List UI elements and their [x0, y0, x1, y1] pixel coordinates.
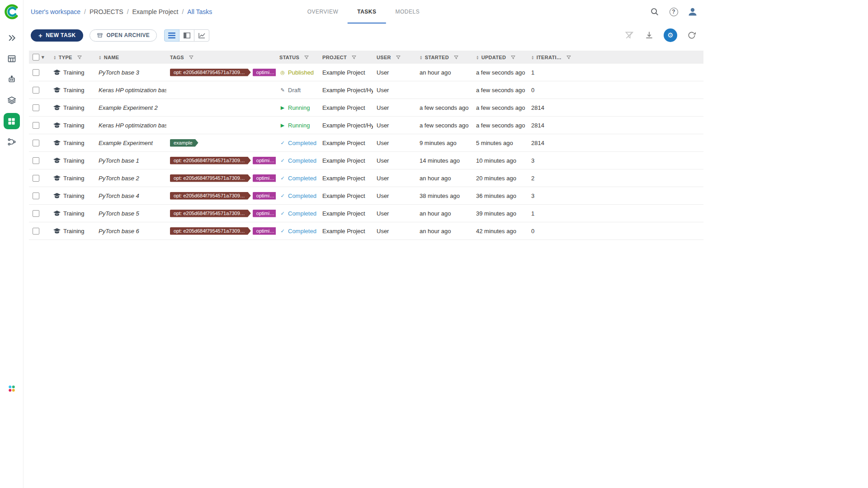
started-cell-value: 38 minutes ago — [420, 192, 460, 199]
filter-icon[interactable] — [352, 55, 356, 60]
breadcrumb-item[interactable]: User's workspace — [31, 8, 80, 15]
tag[interactable]: opt: e205d684f7954571a7309… — [170, 157, 251, 164]
filter-icon[interactable] — [454, 55, 458, 60]
clearml-logo[interactable] — [4, 4, 20, 20]
table-row[interactable]: TrainingExample Experiment 2▶RunningExam… — [29, 99, 703, 117]
new-task-button[interactable]: + NEW TASK — [31, 29, 83, 42]
row-checkbox[interactable] — [33, 69, 39, 76]
tab-overview[interactable]: OVERVIEW — [298, 0, 348, 23]
breadcrumb-item[interactable]: All Tasks — [187, 8, 212, 15]
row-checkbox[interactable] — [33, 104, 39, 111]
sort-icon[interactable]: ▲▼ — [99, 55, 102, 60]
task-name-cell[interactable]: Example Experiment — [95, 140, 166, 146]
task-name[interactable]: PyTorch base 2 — [99, 175, 139, 182]
table-row[interactable]: TrainingPyTorch base 1opt: e205d684f7954… — [29, 152, 703, 169]
tag[interactable]: opt: e205d684f7954571a7309… — [170, 192, 251, 200]
task-name-cell[interactable]: Example Experiment 2 — [95, 104, 166, 111]
table-row[interactable]: TrainingPyTorch base 2opt: e205d684f7954… — [29, 169, 703, 187]
task-name-cell[interactable]: Keras HP optimization base — [95, 122, 166, 129]
download-icon[interactable] — [644, 30, 655, 41]
tag[interactable]: optimi… — [253, 157, 276, 164]
task-name-cell[interactable]: PyTorch base 2 — [95, 175, 166, 182]
filter-icon[interactable] — [566, 55, 571, 60]
sort-icon[interactable]: ▲▼ — [476, 55, 479, 60]
status-cell: ✓Completed — [276, 210, 319, 217]
row-checkbox[interactable] — [33, 192, 39, 199]
task-name[interactable]: PyTorch base 3 — [99, 69, 139, 76]
task-name-cell[interactable]: PyTorch base 4 — [95, 192, 166, 199]
tab-tasks[interactable]: TASKS — [348, 0, 386, 23]
task-name-cell[interactable]: PyTorch base 5 — [95, 210, 166, 217]
row-checkbox[interactable] — [33, 175, 39, 182]
sort-icon[interactable]: ▲▼ — [420, 55, 423, 60]
compare-view-button[interactable] — [194, 29, 209, 42]
row-checkbox[interactable] — [33, 210, 39, 217]
row-checkbox[interactable] — [33, 122, 39, 129]
sidebar-pipelines-icon[interactable] — [4, 134, 20, 150]
tag[interactable]: optimi… — [253, 174, 276, 182]
details-view-button[interactable] — [179, 29, 194, 42]
task-name[interactable]: Example Experiment — [99, 140, 153, 146]
tag[interactable]: optimi… — [253, 227, 276, 235]
task-name[interactable]: PyTorch base 6 — [99, 228, 139, 235]
tag[interactable]: optimi… — [253, 192, 276, 200]
table-row[interactable]: TrainingPyTorch base 4opt: e205d684f7954… — [29, 187, 703, 205]
filter-icon[interactable] — [304, 55, 309, 60]
help-icon[interactable]: ? — [668, 6, 679, 17]
table-row[interactable]: TrainingExample Experimentexample✓Comple… — [29, 134, 703, 152]
select-all-checkbox[interactable] — [33, 54, 39, 61]
selection-menu-caret-icon[interactable]: ▾ — [42, 54, 44, 60]
table-row[interactable]: TrainingPyTorch base 5opt: e205d684f7954… — [29, 205, 703, 222]
user-avatar[interactable] — [687, 6, 698, 17]
sort-icon[interactable]: ▲▼ — [53, 55, 57, 60]
task-name[interactable]: PyTorch base 1 — [99, 157, 139, 164]
filter-icon[interactable] — [511, 55, 515, 60]
table-row[interactable]: TrainingPyTorch base 6opt: e205d684f7954… — [29, 222, 703, 240]
filter-icon[interactable] — [396, 55, 401, 60]
tag[interactable]: example — [170, 139, 198, 147]
slack-icon[interactable] — [4, 380, 20, 397]
sidebar-datasets-icon[interactable] — [4, 92, 20, 108]
task-name[interactable]: Example Experiment 2 — [99, 104, 158, 111]
sidebar-workers-icon[interactable] — [4, 71, 20, 88]
sidebar-queues-icon[interactable] — [4, 51, 20, 67]
table-row[interactable]: TrainingKeras HP optimization base▶Runni… — [29, 117, 703, 134]
sidebar-dashboard-icon[interactable] — [4, 30, 20, 46]
row-checkbox[interactable] — [33, 228, 39, 235]
user-cell: User — [373, 87, 416, 94]
search-icon[interactable] — [649, 6, 660, 17]
tag[interactable]: opt: e205d684f7954571a7309… — [170, 210, 251, 217]
status-label: Completed — [288, 175, 316, 182]
row-checkbox[interactable] — [33, 140, 39, 146]
table-view-button[interactable] — [164, 29, 179, 42]
sidebar-projects-icon[interactable] — [4, 113, 20, 129]
table-row[interactable]: TrainingPyTorch base 3opt: e205d684f7954… — [29, 64, 703, 81]
auto-refresh-icon[interactable] — [686, 30, 697, 41]
task-name[interactable]: PyTorch base 4 — [99, 192, 139, 199]
table-row[interactable]: TrainingKeras HP optimization base✎Draft… — [29, 81, 703, 99]
task-name[interactable]: Keras HP optimization base — [99, 87, 166, 94]
tag[interactable]: optimi… — [253, 210, 276, 217]
tag[interactable]: opt: e205d684f7954571a7309… — [170, 69, 251, 76]
task-name-cell[interactable]: PyTorch base 6 — [95, 228, 166, 235]
settings-gear-icon[interactable]: ⚙ — [664, 28, 677, 42]
sort-icon[interactable]: ▲▼ — [531, 55, 534, 60]
tag[interactable]: optimi… — [253, 69, 276, 76]
breadcrumb-separator: / — [182, 8, 184, 15]
filter-icon[interactable] — [77, 55, 82, 60]
tab-models[interactable]: MODELS — [386, 0, 429, 23]
tag[interactable]: opt: e205d684f7954571a7309… — [170, 174, 251, 182]
row-checkbox[interactable] — [33, 157, 39, 164]
open-archive-button[interactable]: OPEN ARCHIVE — [90, 29, 157, 42]
tag[interactable]: opt: e205d684f7954571a7309… — [170, 227, 251, 235]
task-name[interactable]: PyTorch base 5 — [99, 210, 139, 217]
status-label: Draft — [288, 87, 301, 94]
row-select-cell — [29, 210, 50, 217]
row-checkbox[interactable] — [33, 87, 39, 94]
task-name[interactable]: Keras HP optimization base — [99, 122, 166, 129]
clear-filters-icon[interactable] — [624, 30, 635, 41]
task-name-cell[interactable]: PyTorch base 1 — [95, 157, 166, 164]
filter-icon[interactable] — [189, 55, 193, 60]
task-name-cell[interactable]: PyTorch base 3 — [95, 69, 166, 76]
task-name-cell[interactable]: Keras HP optimization base — [95, 87, 166, 94]
